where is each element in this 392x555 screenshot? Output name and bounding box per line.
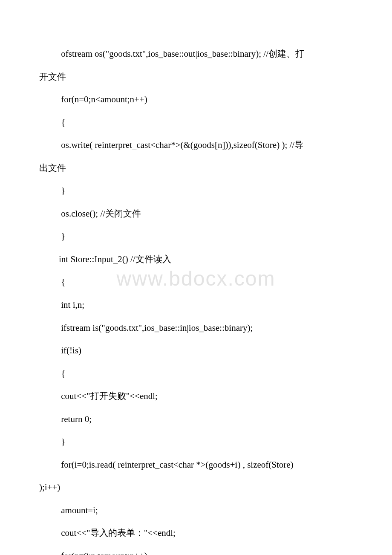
code-line: 出文件 [39,161,353,175]
code-line: { [39,116,353,130]
document-page: www.bdocx.com ofstream os("goods.txt",io… [0,0,392,555]
code-line: return 0; [39,412,353,426]
code-line: 开文件 [39,70,353,84]
code-line: amount=i; [39,503,353,517]
code-line: for(n=0;n<amount;n++) [39,92,353,107]
code-line: int i,n; [39,298,353,312]
code-line: cout<<"导入的表单："<<endl; [39,526,353,540]
code-line: );i++) [39,480,353,494]
code-line: ofstream os("goods.txt",ios_base::out|io… [39,47,353,61]
code-content: ofstream os("goods.txt",ios_base::out|io… [39,47,353,555]
code-line: for(i=0;is.read( reinterpret_cast<char *… [39,458,353,472]
code-line: ifstream is("goods.txt",ios_base::in|ios… [39,321,353,335]
code-line: { [39,275,353,289]
code-line: if(!is) [39,344,353,358]
code-line: os.close(); //关闭文件 [39,207,353,221]
code-line: { [39,367,353,381]
code-line: os.write( reinterpret_cast<char*>(&(good… [39,138,353,152]
code-line: } [39,184,353,198]
code-line: cout<<"打开失败"<<endl; [39,389,353,403]
code-line: int Store::Input_2() //文件读入 [39,252,353,266]
code-line: } [39,229,353,243]
code-line: } [39,435,353,449]
code-line: for(n=0;n<amount;n++) [39,549,353,555]
